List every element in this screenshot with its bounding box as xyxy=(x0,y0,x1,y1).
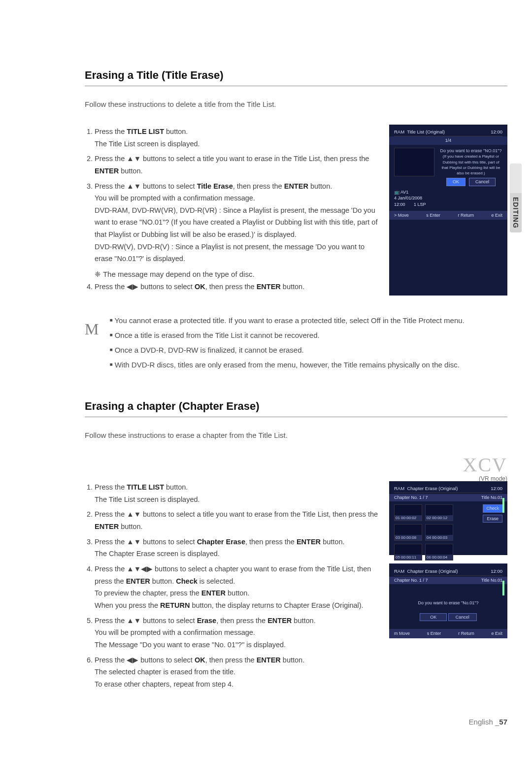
chapter-erase-screenshot-b: RAM Chapter Erase (Original) 12:00 Chapt… xyxy=(389,564,507,638)
cancel-button[interactable]: Cancel xyxy=(448,613,477,622)
recording-meta: 📺 AV1 4 Jan/01/2008 12:00 1 LSP xyxy=(394,189,502,208)
erase-button[interactable]: Erase xyxy=(483,515,502,523)
divider xyxy=(85,417,507,417)
section-tab: EDITING xyxy=(512,164,520,232)
section2-title: Erasing a chapter (Chapter Erase) xyxy=(85,400,507,413)
section1-title: Erasing a Title (Title Erase) xyxy=(85,69,507,82)
section1-intro: Follow these instructions to delete a ti… xyxy=(85,100,507,108)
check-button[interactable]: Check xyxy=(483,504,502,513)
confirm-message: Do you want to erase "NO.01"? (If you ha… xyxy=(439,148,502,176)
section2-intro: Follow these instructions to erase a cha… xyxy=(85,431,507,439)
disc-badges-2: XCV xyxy=(85,453,507,476)
ok-button[interactable]: OK xyxy=(420,613,447,622)
thumbnail xyxy=(394,148,434,176)
warning-notes: M ■ You cannot erase a protected title. … xyxy=(85,313,507,372)
ok-button[interactable]: OK xyxy=(446,178,466,186)
step-6: Press the ◀▶ buttons to select OK, then … xyxy=(95,654,381,691)
chapter-cell[interactable]: 06 00:00:04 xyxy=(425,544,453,560)
scrollbar[interactable] xyxy=(502,498,504,513)
confirm-question: Do you want to erase "No.01"? xyxy=(394,600,502,606)
step-1: Press the TITLE LIST button. The Title L… xyxy=(95,481,381,505)
divider xyxy=(85,86,507,86)
title-count: 1/4 xyxy=(389,136,507,145)
section2-steps: Press the TITLE LIST button. The Title L… xyxy=(85,481,381,693)
step-4: Press the ▲▼◀▶ buttons to select a chapt… xyxy=(95,563,381,612)
cancel-button[interactable]: Cancel xyxy=(469,178,496,186)
step-1: Press the TITLE LIST button. The Title L… xyxy=(95,126,381,150)
nav-hints: > Move s Enter r Return e Exit xyxy=(389,211,507,220)
chapter-cell[interactable]: 03 00:00:08 xyxy=(394,524,422,541)
section1-steps: Press the TITLE LIST button. The Title L… xyxy=(85,126,381,296)
chapter-cell[interactable]: 04 00:00:03 xyxy=(425,524,453,541)
chapter-cell[interactable]: 05 00:00:11 xyxy=(394,544,422,560)
chapter-erase-screenshot-a: RAM Chapter Erase (Original) 12:00 Chapt… xyxy=(389,481,507,555)
step-4: Press the ◀▶ buttons to select OK, then … xyxy=(95,281,381,293)
step-3: Press the ▲▼ buttons to select Title Era… xyxy=(95,180,381,265)
step-2: Press the ▲▼ buttons to select a title y… xyxy=(95,153,381,177)
section-tab-label: EDITING xyxy=(510,193,522,232)
step-3: Press the ▲▼ buttons to select Chapter E… xyxy=(95,536,381,560)
step-2: Press the ▲▼ buttons to select a title y… xyxy=(95,508,381,532)
scrollbar[interactable] xyxy=(502,581,504,595)
chapter-cell[interactable]: 02 00:00:12 xyxy=(425,504,453,521)
chapter-grid: 01 00:00:02 02 00:00:12 03 00:00:08 04 0… xyxy=(394,504,480,560)
chapter-cell[interactable]: 01 00:00:02 xyxy=(394,504,422,521)
disc-note: ❈ The message may depend on the type of … xyxy=(95,268,381,281)
step-5: Press the ▲▼ buttons to select Erase, th… xyxy=(95,615,381,651)
note-icon: M xyxy=(85,313,99,372)
page-footer: English _57 xyxy=(85,718,507,726)
title-erase-screenshot: RAM Title List (Original) 12:00 1/4 Do y… xyxy=(389,125,507,296)
nav-hints: m Move s Enter r Return e Exit xyxy=(389,629,507,638)
